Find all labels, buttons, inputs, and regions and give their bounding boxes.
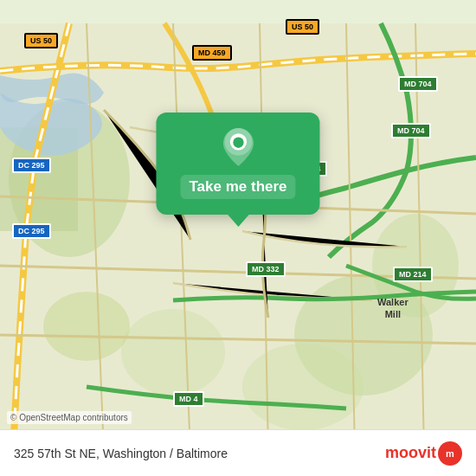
map-attribution: © OpenStreetMap contributors — [7, 411, 132, 424]
address-label: 325 57th St NE, Washington / Baltimore — [14, 447, 228, 460]
road-sign-md332: MD 332 — [246, 261, 286, 277]
svg-point-7 — [43, 292, 130, 361]
svg-text:m: m — [446, 448, 454, 459]
road-sign-us50-left: US 50 — [24, 33, 58, 48]
map-background — [0, 0, 476, 476]
svg-point-6 — [242, 344, 363, 430]
location-popup: Take me there — [156, 113, 319, 215]
svg-point-5 — [121, 309, 225, 396]
road-sign-dc295-2: DC 295 — [12, 223, 51, 239]
road-sign-md704-2: MD 704 — [391, 123, 431, 138]
moovit-logo[interactable]: moovit m — [385, 441, 462, 466]
road-sign-md214: MD 214 — [393, 267, 433, 282]
moovit-text: moovit — [385, 444, 436, 462]
road-sign-md459: MD 459 — [192, 45, 232, 61]
location-pin-icon — [219, 128, 257, 166]
road-sign-us50-right: US 50 — [286, 19, 319, 35]
moovit-icon: m — [438, 441, 462, 466]
bottom-bar: 325 57th St NE, Washington / Baltimore m… — [0, 429, 476, 476]
road-sign-md704-1: MD 704 — [398, 76, 438, 92]
take-me-there-button[interactable]: Take me there — [180, 175, 295, 199]
road-sign-dc295-1: DC 295 — [12, 158, 51, 173]
road-sign-md4: MD 4 — [173, 391, 204, 407]
walker-mill-label: WalkerMill — [377, 296, 408, 321]
svg-point-18 — [233, 138, 243, 148]
map-container: US 50 US 50 MD 459 DC 295 DC 295 MD 704 … — [0, 0, 476, 476]
